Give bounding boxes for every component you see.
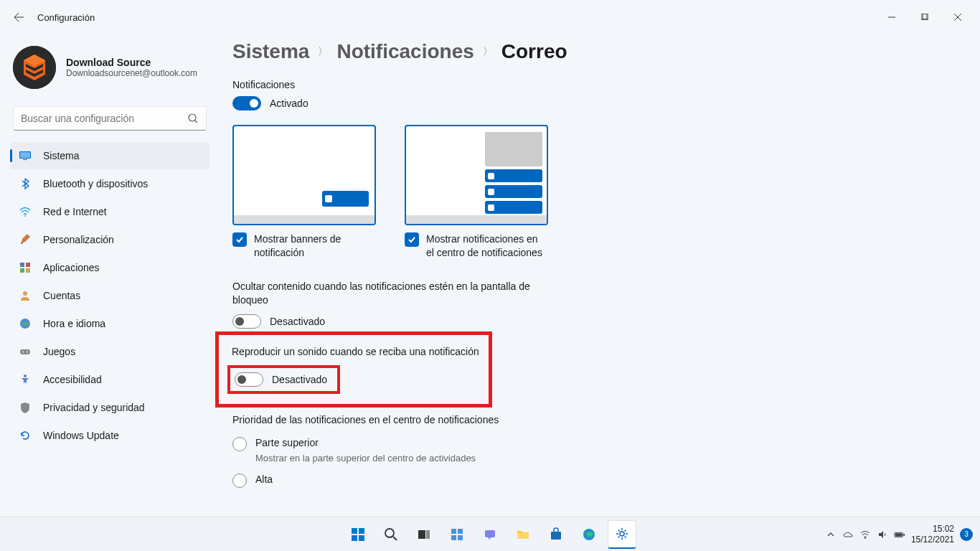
priority-section: Prioridad de las notificaciones en el ce… [232,413,951,488]
banner-checkbox-label: Mostrar banners de notificación [254,232,376,260]
sidebar-item-network[interactable]: Red e Internet [10,198,209,225]
sidebar-item-label: Personalización [43,234,114,245]
sidebar-item-update[interactable]: Windows Update [10,422,209,449]
accounts-icon [19,289,32,302]
priority-top-radio[interactable] [232,437,247,451]
notification-badge[interactable]: 3 [960,528,973,541]
explorer-button[interactable] [509,520,537,549]
sidebar-item-time[interactable]: Hora e idioma [10,310,209,337]
sidebar-item-label: Accesibilidad [43,374,102,385]
svg-point-24 [27,352,28,353]
sidebar-item-gaming[interactable]: Juegos [10,338,209,365]
center-preview-block[interactable]: Mostrar notificaciones en el centro de n… [405,125,548,260]
play-sound-toggle[interactable] [235,372,263,387]
notifications-toggle-state: Activado [270,98,308,109]
svg-rect-18 [20,268,24,273]
widgets-button[interactable] [443,520,471,549]
onedrive-icon[interactable] [842,529,854,540]
notifications-label: Notificaciones [232,79,951,90]
search-box[interactable] [13,106,207,131]
close-button[interactable] [941,6,974,29]
svg-point-25 [24,375,27,377]
svg-rect-26 [352,528,357,534]
store-button[interactable] [542,520,570,549]
notifications-toggle[interactable] [232,96,261,110]
priority-title: Prioridad de las notificaciones en el ce… [232,413,541,427]
wifi-icon[interactable] [859,529,871,540]
title-bar: Configuración [0,0,980,34]
chat-button[interactable] [476,520,504,549]
system-tray[interactable] [825,529,905,540]
sidebar-item-sistema[interactable]: Sistema [10,142,209,169]
app-title: Configuración [37,12,95,23]
minimize-button[interactable] [875,6,908,29]
taskbar-right: 15:02 15/12/2021 3 [825,524,973,545]
back-button[interactable] [6,4,32,30]
window-controls [875,6,974,29]
sidebar: Download Source Downloadsourcenet@outloo… [0,34,215,517]
banner-checkbox[interactable] [232,232,247,247]
battery-icon[interactable] [894,529,905,540]
svg-rect-37 [458,535,463,540]
svg-point-20 [23,291,27,296]
svg-line-11 [195,121,197,123]
search-input[interactable] [21,113,187,124]
hide-content-label: Ocultar contenido cuando las notificacio… [232,280,541,307]
preview-row: Mostrar banners de notificación Mostrar … [232,125,951,260]
play-sound-label: Reproducir un sonido cuando se reciba un… [232,345,483,359]
search-button[interactable] [377,520,405,549]
center-checkbox[interactable] [405,232,419,247]
sidebar-item-label: Juegos [43,346,75,357]
hide-content-state: Desactivado [270,316,325,327]
sidebar-item-label: Bluetooth y dispositivos [43,178,148,189]
svg-rect-39 [517,533,529,539]
accessibility-icon [19,373,32,386]
priority-top-row[interactable]: Parte superior Mostrar en la parte super… [232,437,951,463]
clock-date: 15/12/2021 [911,534,954,545]
priority-top-label: Parte superior [255,437,476,448]
priority-high-radio[interactable] [232,474,247,488]
svg-point-42 [620,532,624,536]
system-icon [19,149,32,162]
update-icon [19,429,32,442]
personalization-icon [19,233,32,246]
svg-rect-38 [485,530,495,537]
sidebar-item-personalization[interactable]: Personalización [10,226,209,253]
svg-rect-13 [20,152,30,158]
sidebar-item-bluetooth[interactable]: Bluetooth y dispositivos [10,170,209,197]
clock[interactable]: 15:02 15/12/2021 [911,524,954,545]
task-view-button[interactable] [410,520,438,549]
breadcrumb-notificaciones[interactable]: Notificaciones [336,40,473,63]
svg-point-23 [22,352,24,353]
start-button[interactable] [344,520,372,549]
hide-content-toggle[interactable] [232,314,261,329]
svg-point-15 [24,215,26,217]
breadcrumb: Sistema 〉 Notificaciones 〉 Correo [232,40,951,63]
svg-point-30 [385,529,394,537]
priority-high-row[interactable]: Alta [232,474,951,488]
taskbar-center [344,520,636,549]
content-area: Sistema 〉 Notificaciones 〉 Correo Notifi… [215,34,980,517]
nav-list: Sistema Bluetooth y dispositivos Red e I… [10,142,209,449]
breadcrumb-sistema[interactable]: Sistema [232,40,309,63]
edge-button[interactable] [575,520,603,549]
banner-preview-block[interactable]: Mostrar banners de notificación [232,125,376,260]
sidebar-item-privacy[interactable]: Privacidad y seguridad [10,394,209,421]
sidebar-item-accounts[interactable]: Cuentas [10,282,209,309]
time-language-icon [19,317,32,330]
profile-block[interactable]: Download Source Downloadsourcenet@outloo… [10,40,209,100]
volume-icon[interactable] [877,529,888,540]
svg-rect-2 [923,14,928,19]
chevron-up-icon[interactable] [825,529,837,540]
sidebar-item-label: Windows Update [43,430,119,441]
maximize-button[interactable] [908,6,941,29]
svg-line-31 [393,537,397,540]
sidebar-item-apps[interactable]: Aplicaciones [10,254,209,281]
svg-point-10 [189,114,196,121]
sidebar-item-accessibility[interactable]: Accesibilidad [10,366,209,393]
clock-time: 15:02 [911,524,954,534]
banner-preview-image [232,125,376,225]
svg-rect-33 [426,530,430,539]
settings-button[interactable] [608,520,636,549]
sidebar-item-label: Privacidad y seguridad [43,402,145,413]
